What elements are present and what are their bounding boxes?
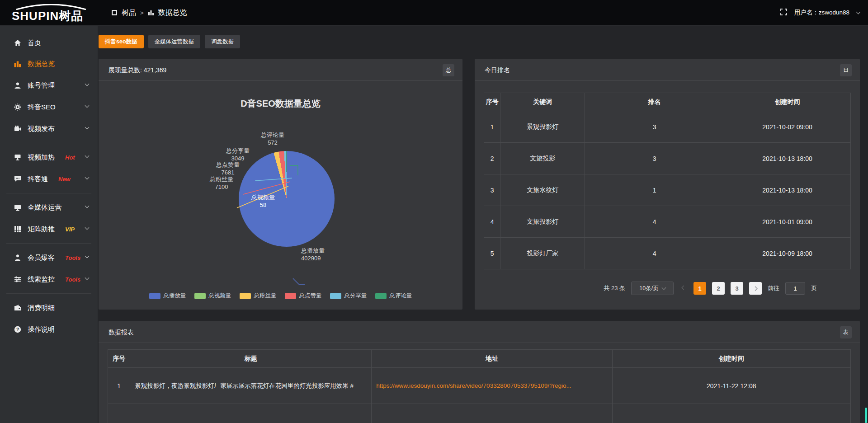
- chevron-down-icon: [85, 175, 90, 180]
- col-title: 标题: [130, 350, 372, 368]
- video-link[interactable]: https://www.iesdouyin.com/share/video/70…: [372, 368, 612, 404]
- screen-icon: [14, 154, 22, 161]
- data-report-panel: 数据报表 表 序号 标题 地址 创建时间 1 景观投影灯，夜游景观投影灯厂家展示…: [99, 321, 860, 423]
- chevron-down-icon: [85, 125, 90, 130]
- legend-item-plays[interactable]: 总播放量: [149, 292, 186, 300]
- sidebar-divider: [6, 243, 91, 244]
- sidebar-item-video-heat[interactable]: 视频加热 Hot: [0, 146, 98, 168]
- video-icon: [14, 125, 22, 132]
- col-url: 地址: [372, 350, 612, 368]
- legend-swatch: [194, 293, 206, 299]
- pie-label-fans: 总粉丝量7100: [203, 175, 240, 191]
- prev-page-button[interactable]: [679, 288, 688, 289]
- top-header: SHUPIN树品 树品 > 数据总览 用户名：zswodun88: [0, 0, 868, 26]
- table-row[interactable]: 3文旅水纹灯12021-10-13 18:00: [484, 174, 851, 206]
- legend-swatch: [375, 293, 387, 299]
- sidebar-item-home[interactable]: 首页: [0, 33, 98, 53]
- chat-icon: [14, 175, 22, 183]
- legend-item-shares[interactable]: 总分享量: [330, 292, 367, 300]
- pie-label-comments: 总评论量572: [255, 131, 291, 146]
- pagination: 共 23 条 10条/页 1 2 3 前往 页: [475, 282, 860, 295]
- table-row[interactable]: 5投影灯厂家42021-10-09 18:00: [484, 238, 851, 269]
- table-header-row: 序号 关键词 排名 创建时间: [484, 93, 851, 111]
- legend-item-fans[interactable]: 总粉丝量: [240, 292, 277, 300]
- table-toggle-button[interactable]: 表: [840, 326, 852, 338]
- sidebar-item-label: 视频加热: [28, 153, 55, 162]
- sidebar-item-instructions[interactable]: ? 操作说明: [0, 319, 98, 340]
- legend-item-likes[interactable]: 总点赞量: [285, 292, 322, 300]
- table-header-row: 序号 标题 地址 创建时间: [108, 350, 851, 368]
- ranking-panel-title: 今日排名: [485, 66, 510, 74]
- report-panel-title: 数据报表: [108, 329, 134, 336]
- vertical-scrollbar[interactable]: [865, 408, 867, 423]
- user-icon: [14, 82, 22, 89]
- page-size-select[interactable]: 10条/页: [631, 282, 674, 295]
- legend-item-videos[interactable]: 总视频量: [194, 292, 231, 300]
- tools-badge: Tools: [65, 276, 80, 283]
- home-icon: [14, 39, 22, 47]
- chevron-down-icon: [85, 82, 90, 86]
- legend-swatch: [240, 293, 251, 299]
- table-row[interactable]: 1 景观投影灯，夜游景观投影灯厂家展示展示落花灯在花园里的灯光投影应用效果 # …: [108, 368, 851, 404]
- page-button-2[interactable]: 2: [712, 282, 725, 295]
- overview-panel-title: 展现量总数: 421,369: [108, 66, 166, 74]
- chevron-down-icon: [85, 254, 90, 258]
- day-toggle-button[interactable]: 日: [840, 64, 852, 76]
- svg-text:?: ?: [16, 327, 19, 332]
- user-menu-chevron-icon[interactable]: [856, 9, 861, 14]
- legend-item-comments[interactable]: 总评论量: [375, 292, 412, 300]
- breadcrumb-root[interactable]: 树品: [122, 8, 136, 18]
- sidebar-item-matrix-boost[interactable]: 矩阵助推 VIP: [0, 218, 98, 240]
- chevron-down-icon: [85, 204, 90, 208]
- username-label[interactable]: 用户名：zswodun88: [794, 9, 849, 17]
- sidebar-item-lead-monitor[interactable]: 线索监控 Tools: [0, 268, 98, 290]
- col-index: 序号: [108, 350, 130, 368]
- goto-page-input[interactable]: [785, 282, 805, 295]
- sidebar-item-label: 操作说明: [28, 325, 55, 334]
- goto-label: 前往: [768, 284, 779, 292]
- sidebar-item-label: 矩阵助推: [28, 225, 55, 234]
- table-row[interactable]: 1景观投影灯32021-10-02 09:00: [484, 111, 851, 143]
- sidebar-item-douketong[interactable]: 抖客通 New: [0, 168, 98, 190]
- breadcrumb-current: 数据总览: [158, 8, 187, 18]
- total-toggle-button[interactable]: 总: [443, 64, 454, 76]
- pie-label-plays: 总播放量402909: [301, 247, 351, 262]
- chevron-down-icon: [85, 154, 90, 158]
- pie-label-videos: 总视频量58: [242, 193, 284, 209]
- pagination-total: 共 23 条: [604, 284, 625, 292]
- chevron-down-icon: [661, 285, 666, 290]
- logo-text-cn: 树品: [59, 9, 83, 23]
- fullscreen-icon[interactable]: [780, 9, 787, 17]
- sidebar-item-douyin-seo[interactable]: 抖音SEO: [0, 96, 98, 118]
- chevron-down-icon: [85, 226, 90, 230]
- ranking-table: 序号 关键词 排名 创建时间 1景观投影灯32021-10-02 09:00 2…: [484, 93, 851, 269]
- table-row[interactable]: 4文旅投影灯42021-10-01 09:00: [484, 206, 851, 238]
- table-row[interactable]: [108, 404, 851, 423]
- next-page-button[interactable]: [749, 282, 762, 295]
- page-button-1[interactable]: 1: [693, 282, 706, 295]
- sidebar-item-omnimedia[interactable]: 全媒体运营: [0, 197, 98, 218]
- sidebar-item-label: 会员爆客: [28, 254, 55, 262]
- sidebar-item-label: 抖音SEO: [28, 103, 56, 112]
- sidebar-divider: [6, 293, 91, 294]
- tab-douyin-seo[interactable]: 抖音seo数据: [99, 35, 144, 48]
- table-row[interactable]: 2文旅投影32021-10-13 18:00: [484, 143, 851, 174]
- wallet-icon: [14, 304, 22, 311]
- breadcrumb-root-icon: [111, 9, 118, 16]
- tab-inquiry-data[interactable]: 询盘数据: [205, 35, 240, 48]
- tab-omnimedia-data[interactable]: 全媒体运营数据: [148, 35, 201, 48]
- monitor-icon: [14, 204, 22, 211]
- sidebar-item-account[interactable]: 账号管理: [0, 75, 98, 96]
- breadcrumb-separator: >: [140, 9, 144, 16]
- page-button-3[interactable]: 3: [731, 282, 743, 295]
- sidebar-item-video-publish[interactable]: 视频发布: [0, 118, 98, 140]
- sidebar-item-data-overview[interactable]: 数据总览: [0, 53, 98, 75]
- sidebar-divider: [6, 193, 91, 193]
- sidebar-item-consumption[interactable]: 消费明细: [0, 297, 98, 319]
- sidebar-item-member-burst[interactable]: 会员爆客 Tools: [0, 247, 98, 268]
- sidebar-item-label: 数据总览: [28, 60, 55, 68]
- help-icon: ?: [14, 326, 22, 333]
- tools-badge: Tools: [65, 254, 80, 261]
- legend-swatch: [285, 293, 296, 299]
- goto-suffix: 页: [811, 284, 817, 292]
